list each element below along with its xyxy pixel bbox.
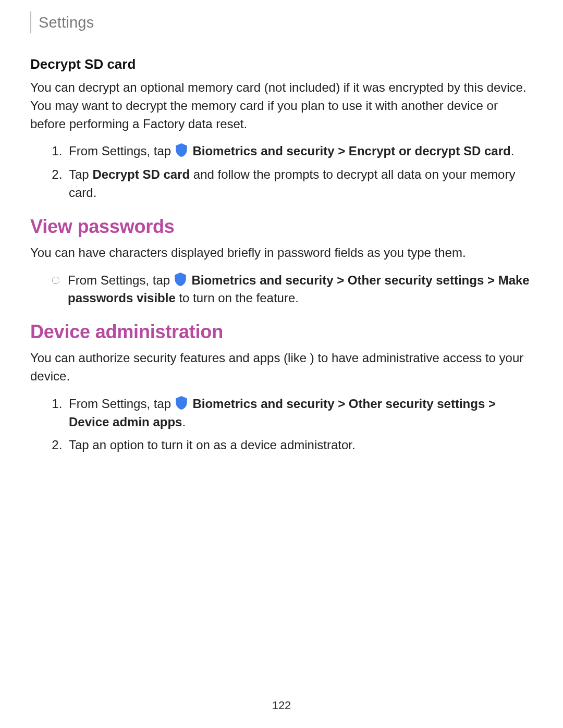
header-rule bbox=[30, 11, 31, 33]
step-text: Tap bbox=[69, 167, 92, 181]
step-text: From Settings, tap bbox=[69, 144, 175, 158]
intro-device-admin: You can authorize security features and … bbox=[30, 349, 533, 386]
intro-decrypt-sd: You can decrypt an optional memory card … bbox=[30, 79, 533, 133]
step-1: From Settings, tap Biometrics and securi… bbox=[66, 142, 533, 161]
step-2: Tap an option to turn it on as a device … bbox=[66, 436, 533, 454]
heading-decrypt-sd: Decrypt SD card bbox=[30, 56, 533, 72]
section-view-passwords: View passwords You can have characters d… bbox=[30, 216, 533, 307]
heading-view-passwords: View passwords bbox=[30, 216, 533, 238]
intro-view-passwords: You can have characters displayed briefl… bbox=[30, 244, 533, 262]
bullet-pre: From Settings, tap bbox=[68, 273, 174, 287]
step-2: Tap Decrypt SD card and follow the promp… bbox=[66, 166, 533, 202]
shield-icon bbox=[175, 143, 188, 157]
step-bold: Biometrics and security > Encrypt or dec… bbox=[192, 144, 510, 158]
step-post: . bbox=[182, 415, 186, 429]
step-bold: Decrypt SD card bbox=[92, 167, 190, 181]
steps-device-admin: From Settings, tap Biometrics and securi… bbox=[30, 395, 533, 454]
page-header: Settings bbox=[30, 11, 533, 33]
step-1: From Settings, tap Biometrics and securi… bbox=[66, 395, 533, 431]
bullets-view-passwords: From Settings, tap Biometrics and securi… bbox=[30, 272, 533, 308]
shield-icon bbox=[175, 396, 188, 410]
steps-decrypt-sd: From Settings, tap Biometrics and securi… bbox=[30, 142, 533, 202]
step-post: . bbox=[511, 144, 515, 158]
section-device-admin: Device administration You can authorize … bbox=[30, 321, 533, 454]
shield-icon bbox=[174, 272, 187, 287]
step-text: From Settings, tap bbox=[69, 397, 175, 411]
section-decrypt-sd: Decrypt SD card You can decrypt an optio… bbox=[30, 56, 533, 202]
bullet-1: From Settings, tap Biometrics and securi… bbox=[52, 272, 533, 308]
bullet-post: to turn on the feature. bbox=[176, 291, 299, 305]
heading-device-admin: Device administration bbox=[30, 321, 533, 343]
header-title: Settings bbox=[39, 14, 94, 31]
page-number: 122 bbox=[0, 699, 563, 712]
